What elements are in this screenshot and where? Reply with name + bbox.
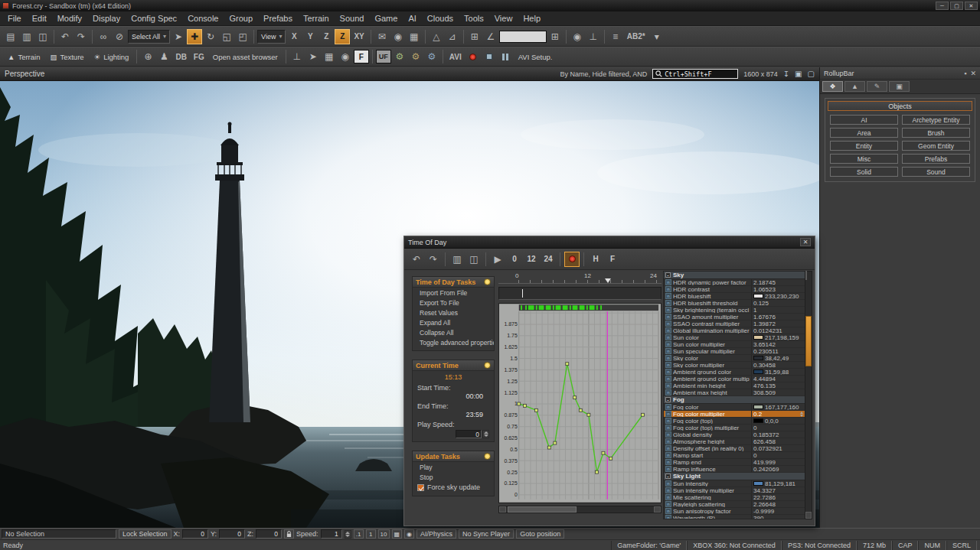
section-sky-light[interactable]: -Sky Light <box>664 473 805 480</box>
tod-fetch-button[interactable]: F <box>605 252 620 267</box>
menu-console[interactable]: Console <box>182 12 224 24</box>
color-swatch[interactable] <box>753 418 763 423</box>
no-sync-player-button[interactable]: No Sync Player <box>459 529 514 539</box>
tod-import-button[interactable]: ▥ <box>449 252 465 267</box>
task-export-to-file[interactable]: Export To File <box>413 298 494 308</box>
tab-display[interactable]: ▣ <box>889 81 910 92</box>
rollupbar-titlebar[interactable]: RollupBar ▪ ✕ <box>820 67 980 80</box>
sync-views-button[interactable]: ⊥ <box>586 29 601 44</box>
task-import-from-file[interactable]: Import From File <box>413 288 494 298</box>
viewport-header[interactable]: Perspective By Name, Hide filtered, AND … <box>0 67 819 81</box>
property-row-global-density[interactable]: nGlobal density0.185372 <box>664 431 805 438</box>
property-row-ambient-max-height[interactable]: nAmbient max height308.509 <box>664 389 805 396</box>
display-settings-icon[interactable]: ▣ <box>795 70 802 78</box>
lock-axes-button[interactable] <box>284 529 294 539</box>
axis-z-lock-button[interactable]: Z <box>335 29 350 44</box>
window-titlebar[interactable]: Forest.cry - Sandbox (tm) (x64 Edition) … <box>0 0 980 11</box>
speed-spinner[interactable] <box>345 530 351 539</box>
property-row-sky-brightening-terrain-occl[interactable]: nSky brightening (terrain occl1 <box>664 307 805 314</box>
avi-stop-button[interactable] <box>482 49 497 64</box>
tod-time-0-button[interactable]: 0 <box>507 252 522 267</box>
send-mail-button[interactable]: ✉ <box>374 29 390 44</box>
open-file-button[interactable]: ▥ <box>19 29 34 44</box>
spin-down-icon[interactable] <box>800 415 803 417</box>
unlink-objects-button[interactable]: ⊘ <box>112 29 127 44</box>
close-icon[interactable]: ✕ <box>970 70 976 77</box>
object-type-misc[interactable]: Misc <box>830 154 898 164</box>
collapse-icon[interactable]: - <box>665 272 671 278</box>
speed-preset-1-button[interactable]: 1 <box>366 529 376 539</box>
scrollbar-thumb[interactable] <box>508 506 577 513</box>
menu-clouds[interactable]: Clouds <box>422 12 459 24</box>
speed-preset-10-button[interactable]: 10 <box>378 529 390 539</box>
menu-tools[interactable]: Tools <box>459 12 489 24</box>
database-view-button[interactable]: DB <box>172 49 189 64</box>
property-row-ramp-end[interactable]: nRamp end419.999 <box>664 459 805 466</box>
scroll-up-arrow[interactable] <box>805 271 807 280</box>
object-type-area[interactable]: Area <box>830 128 898 138</box>
menu-ai[interactable]: AI <box>403 12 421 24</box>
snap-grid-button[interactable]: ⊞ <box>467 29 482 44</box>
timeline-ruler[interactable]: 0 12 24 <box>498 272 662 284</box>
task-toggle-advanced-properties[interactable]: Toggle advanced properties <box>413 337 494 347</box>
objects-section-header[interactable]: Objects <box>828 101 972 111</box>
play-speed-spinner[interactable] <box>482 430 489 438</box>
view-dropdown[interactable]: View ▾ <box>257 30 286 44</box>
filter-mode-label[interactable]: By Name, Hide filtered, AND <box>560 70 648 78</box>
axis-z-button[interactable]: Z <box>318 29 334 44</box>
terrain-editor-button[interactable]: ▲ Terrain <box>3 49 44 64</box>
color-swatch[interactable] <box>753 294 763 298</box>
object-type-brush[interactable]: Brush <box>902 128 970 138</box>
tod-hold-button[interactable]: H <box>588 252 603 267</box>
color-swatch[interactable] <box>753 481 763 486</box>
freeze-camera-button[interactable]: ◉ <box>570 29 585 44</box>
menu-view[interactable]: View <box>489 12 518 24</box>
current-time-header[interactable]: Current Time <box>413 360 494 371</box>
pin-icon[interactable]: ▪ <box>964 70 966 77</box>
property-row-density-offset-in-reality-0[interactable]: nDensity offset (in reality 0)0.0732921 <box>664 445 805 452</box>
property-row-sky-color[interactable]: nSky color38,42,49 <box>664 355 805 362</box>
snap-value-input[interactable] <box>499 31 547 43</box>
tod-record-button[interactable] <box>564 252 580 267</box>
goto-position-button[interactable]: Goto position <box>516 529 564 539</box>
start-time-value[interactable]: 00:00 <box>413 392 494 401</box>
lighting-editor-button[interactable]: ☀ Lighting <box>90 49 134 64</box>
gear-icon[interactable]: ⚙ <box>424 49 439 64</box>
gear-icon[interactable]: ⚙ <box>408 49 423 64</box>
terrain-collision-button[interactable]: ▦ <box>392 529 403 539</box>
object-type-prefabs[interactable]: Prefabs <box>902 154 970 164</box>
maximize-button[interactable]: ▢ <box>950 2 963 10</box>
property-row-fog-color[interactable]: nFog color167,177,160 <box>664 404 805 411</box>
value-spinner[interactable] <box>799 412 804 417</box>
y-coord-field[interactable] <box>219 529 245 539</box>
flowgraph-button[interactable]: FG <box>191 49 207 64</box>
measure-tool-button[interactable]: ⊥ <box>289 49 305 64</box>
area-select-button[interactable]: ◰ <box>235 29 250 44</box>
ai-physics-button[interactable]: AI/Physics <box>416 529 456 539</box>
property-row-ambient-min-height[interactable]: nAmbient min height476.135 <box>664 382 805 389</box>
task-reset-values[interactable]: Reset Values <box>413 308 494 317</box>
menu-terrain[interactable]: Terrain <box>298 12 335 24</box>
collapse-icon[interactable]: - <box>665 397 671 402</box>
tod-time-12-button[interactable]: 12 <box>524 252 539 267</box>
object-type-geom-entity[interactable]: Geom Entity <box>902 141 970 151</box>
tod-play-button[interactable]: ▶ <box>490 252 505 267</box>
viewport-resolution-label[interactable]: 1600 x 874 <box>743 70 778 78</box>
time-icon-button[interactable]: ◉ <box>338 49 353 64</box>
snap-angle-button[interactable]: ∠ <box>483 29 498 44</box>
spin-up-icon[interactable] <box>800 412 803 414</box>
checkbox-checked-icon[interactable] <box>417 484 424 491</box>
menu-help[interactable]: Help <box>518 12 546 24</box>
axis-xy-button[interactable]: XY <box>351 29 367 44</box>
uv-mapping-button[interactable]: UF <box>376 50 391 63</box>
current-time-marker[interactable] <box>605 278 611 283</box>
property-row-sky-color-multiplier[interactable]: nSky color multiplier0.30458 <box>664 362 805 369</box>
task-expand-all[interactable]: Expand All <box>413 317 494 327</box>
globe-icon-button[interactable]: ⊕ <box>140 49 155 64</box>
play-speed-input[interactable] <box>456 430 482 438</box>
speed-preset-01-button[interactable]: .1 <box>354 529 364 539</box>
property-row-atmosphere-height[interactable]: nAtmosphere height626.458 <box>664 438 805 445</box>
timeline-scrub-strip[interactable] <box>498 287 662 300</box>
update-task-play[interactable]: Play <box>413 462 494 472</box>
rotate-tool-button[interactable]: ↻ <box>203 29 218 44</box>
